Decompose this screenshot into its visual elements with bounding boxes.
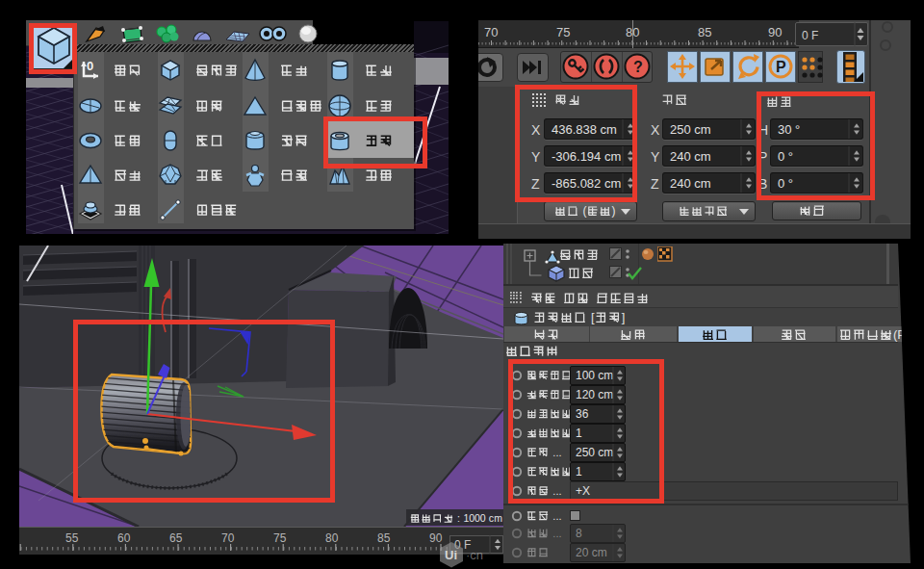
svg-text:P: P [776, 59, 786, 75]
svg-text:]: ] [622, 310, 626, 324]
svg-text:.: . [559, 510, 562, 522]
svg-text:.: . [559, 528, 562, 539]
svg-text::: : [457, 512, 460, 524]
svg-text:0: 0 [87, 59, 93, 73]
svg-text:m: m [494, 512, 502, 524]
svg-text:(: ( [583, 204, 587, 218]
svg-text:Ui: Ui [445, 548, 457, 562]
svg-text:0: 0 [480, 512, 486, 524]
svg-text:h: h [904, 327, 911, 342]
svg-text:P: P [897, 327, 906, 342]
svg-text:[: [ [591, 310, 595, 324]
svg-text:c: c [489, 512, 494, 524]
svg-text:?: ? [633, 59, 643, 75]
svg-text:): ) [612, 204, 616, 218]
svg-text:·cn: ·cn [466, 548, 483, 562]
